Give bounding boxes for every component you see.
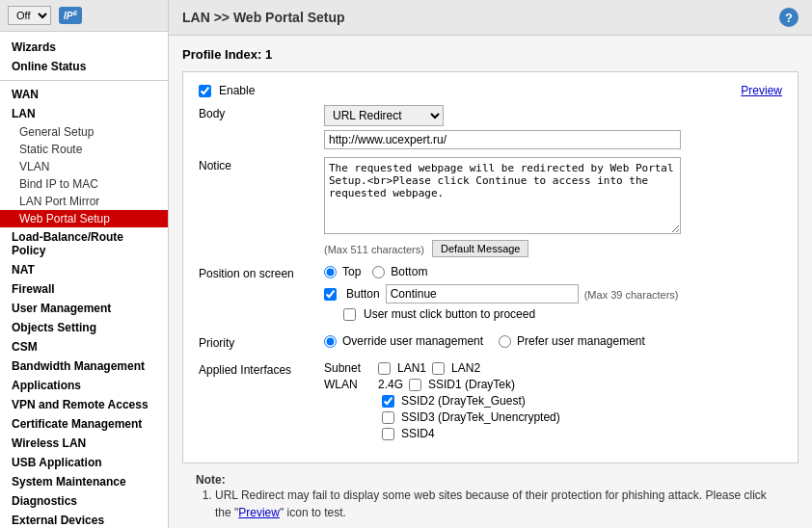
wlan-row: WLAN 2.4G SSID1 (DrayTek): [324, 378, 782, 391]
override-radio[interactable]: [324, 335, 337, 348]
override-label[interactable]: Override user management: [324, 334, 483, 348]
prefer-label[interactable]: Prefer user management: [499, 334, 645, 348]
button-checkbox-label: Button: [346, 287, 380, 301]
user-click-row: User must click button to proceed: [324, 307, 782, 321]
ssid1-checkbox[interactable]: [409, 379, 421, 391]
ssid3-label[interactable]: SSID3 (DrayTek_Unencrypted): [382, 410, 560, 424]
sidebar-section-usb-app[interactable]: USB Application: [0, 453, 168, 472]
sidebar-item-bind-ip-mac[interactable]: Bind IP to MAC: [0, 175, 168, 193]
lan1-label[interactable]: LAN1: [378, 361, 426, 375]
ssid4-label[interactable]: SSID4: [382, 427, 435, 440]
position-top-label[interactable]: Top: [324, 265, 361, 278]
notice-value: The requested webpage will be redirected…: [324, 157, 782, 257]
body-select[interactable]: URL Redirect Custom Message: [324, 105, 444, 126]
priority-value: Override user management Prefer user man…: [324, 334, 782, 354]
ssid1-label[interactable]: SSID1 (DrayTek): [409, 378, 515, 391]
position-row: Position on screen Top Bottom: [199, 265, 782, 327]
sidebar-section-vpn[interactable]: VPN and Remote Access: [0, 395, 168, 414]
sidebar-section-firewall[interactable]: Firewall: [0, 279, 168, 299]
applied-interfaces-row: Applied Interfaces Subnet LAN1 LAN2: [199, 361, 782, 443]
ssid2-row: SSID2 (DrayTek_Guest): [324, 394, 782, 408]
body-row: Body URL Redirect Custom Message: [199, 105, 782, 149]
ssid4-row: SSID4: [324, 427, 782, 440]
url-input[interactable]: [324, 130, 681, 149]
ssid3-checkbox[interactable]: [382, 411, 394, 424]
notice-row: Notice The requested webpage will be red…: [199, 157, 782, 257]
ssid2-label[interactable]: SSID2 (DrayTek_Guest): [382, 394, 526, 408]
position-bottom-label[interactable]: Bottom: [372, 265, 427, 278]
preview-link[interactable]: Preview: [741, 84, 782, 97]
note-text-1: URL Redirect may fail to display some we…: [215, 488, 767, 519]
sidebar-section-objects-setting[interactable]: Objects Setting: [0, 318, 168, 337]
button-char-limit: (Max 39 characters): [584, 289, 679, 301]
ssid3-row: SSID3 (DrayTek_Unencrypted): [324, 410, 782, 424]
sidebar-section-wizards[interactable]: Wizards: [0, 38, 168, 57]
subnet-row: Subnet LAN1 LAN2: [324, 361, 782, 375]
prefer-radio[interactable]: [499, 335, 511, 348]
wlan-label: WLAN: [324, 378, 372, 391]
note-title: Note:: [196, 473, 226, 487]
sidebar-section-diagnostics[interactable]: Diagnostics: [0, 491, 168, 511]
applied-interfaces-value: Subnet LAN1 LAN2 WLAN 2.4G: [324, 361, 782, 443]
sidebar-section-wireless-lan[interactable]: Wireless LAN: [0, 434, 168, 453]
position-bottom-radio[interactable]: [372, 266, 385, 278]
sidebar-item-web-portal-setup[interactable]: Web Portal Setup: [0, 210, 168, 227]
sidebar-dropdown[interactable]: Off: [8, 6, 51, 25]
sidebar-item-lan-port-mirror[interactable]: LAN Port Mirror: [0, 193, 168, 210]
lan2-checkbox[interactable]: [432, 362, 445, 375]
body-label: Body: [199, 105, 324, 120]
notice-textarea[interactable]: The requested webpage will be redirected…: [324, 157, 681, 234]
notice-char-limit: (Max 511 characters): [324, 244, 424, 255]
note-item-1: URL Redirect may fail to display some we…: [215, 487, 785, 521]
sidebar-section-online-status[interactable]: Online Status: [0, 57, 168, 76]
body-value: URL Redirect Custom Message: [324, 105, 782, 149]
wlan-band: 2.4G: [378, 378, 403, 391]
sidebar-section-lb-route[interactable]: Load-Balance/Route Policy: [0, 227, 168, 260]
user-click-checkbox[interactable]: [343, 308, 356, 321]
sidebar-top: Off IP6: [0, 0, 168, 32]
note-list: URL Redirect may fail to display some we…: [196, 487, 785, 528]
button-row: Button (Max 39 characters): [324, 284, 782, 304]
default-message-button[interactable]: Default Message: [432, 240, 529, 257]
sidebar-section-user-mgmt[interactable]: User Management: [0, 299, 168, 318]
sidebar-item-vlan[interactable]: VLAN: [0, 158, 168, 175]
subnet-label: Subnet: [324, 361, 372, 375]
ssid2-checkbox[interactable]: [382, 395, 394, 408]
button-text-input[interactable]: [386, 284, 579, 304]
ipv6-badge: IP6: [59, 7, 82, 23]
sidebar-section-external-devices[interactable]: External Devices: [0, 511, 168, 528]
main-header: LAN >> Web Portal Setup ?: [169, 0, 812, 36]
sidebar-section-sys-maintenance[interactable]: System Maintenance: [0, 472, 168, 491]
priority-options: Override user management Prefer user man…: [324, 334, 782, 348]
ssid4-checkbox[interactable]: [382, 428, 394, 440]
sidebar-section-csm[interactable]: CSM: [0, 337, 168, 356]
position-value: Top Bottom Button (Max 39 characters): [324, 265, 782, 327]
enable-label[interactable]: Enable: [199, 84, 255, 97]
enable-checkbox[interactable]: [199, 85, 211, 97]
user-click-label[interactable]: User must click button to proceed: [343, 307, 782, 321]
button-checkbox[interactable]: [324, 288, 337, 301]
sidebar-item-static-route[interactable]: Static Route: [0, 141, 168, 158]
page-title: LAN >> Web Portal Setup: [182, 10, 345, 25]
form-panel: Enable Preview Body URL Redirect Custom …: [182, 71, 798, 463]
sidebar-item-general-setup[interactable]: General Setup: [0, 123, 168, 141]
sidebar-section-wan[interactable]: WAN: [0, 85, 168, 104]
sidebar-section-lan[interactable]: LAN: [0, 104, 168, 123]
sidebar-section-bandwidth-mgmt[interactable]: Bandwidth Management: [0, 356, 168, 376]
position-top-radio[interactable]: [324, 266, 337, 278]
sidebar-section-cert-mgmt[interactable]: Certificate Management: [0, 414, 168, 434]
lan1-checkbox[interactable]: [378, 362, 391, 375]
enable-row: Enable Preview: [199, 84, 782, 97]
help-icon[interactable]: ?: [779, 8, 798, 27]
position-options: Top Bottom: [324, 265, 782, 278]
preview-link-note[interactable]: Preview: [238, 506, 280, 519]
notice-label: Notice: [199, 157, 324, 172]
lan2-label[interactable]: LAN2: [432, 361, 480, 375]
profile-index: Profile Index: 1: [182, 47, 798, 62]
sidebar-nav: Wizards Online Status WAN LAN General Se…: [0, 32, 168, 528]
sidebar-section-applications[interactable]: Applications: [0, 376, 168, 395]
main-content-area: LAN >> Web Portal Setup ? Profile Index:…: [169, 0, 812, 528]
priority-label: Priority: [199, 334, 324, 350]
sidebar: Off IP6 Wizards Online Status WAN LAN Ge…: [0, 0, 169, 528]
sidebar-section-nat[interactable]: NAT: [0, 260, 168, 279]
